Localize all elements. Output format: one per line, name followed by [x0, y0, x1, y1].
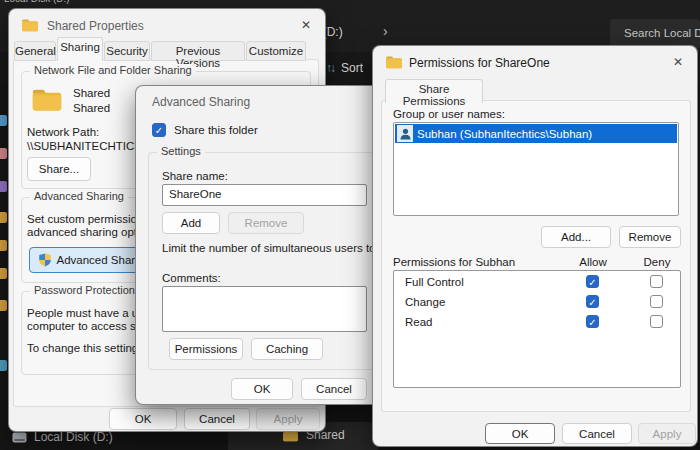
permissions-table-label: Permissions for Subhan: [393, 256, 515, 268]
remove-user-button[interactable]: Remove: [619, 226, 681, 248]
user-icon: [397, 125, 413, 142]
caching-button[interactable]: Caching: [251, 338, 323, 360]
group-title: Settings: [157, 145, 205, 157]
dialog-title: Shared Properties: [47, 19, 144, 33]
sidebar-item-icon[interactable]: [0, 115, 7, 126]
sidebar-item-icon[interactable]: [0, 181, 7, 192]
permissions-button[interactable]: Permissions: [169, 338, 243, 360]
explorer-window-title: Local Disk (D:): [4, 0, 70, 4]
sidebar-item-icon[interactable]: [0, 148, 7, 159]
file-item-label: Local Disk (D:): [34, 430, 113, 444]
group-title: Advanced Sharing: [30, 190, 128, 202]
search-text: Search Local D: [624, 27, 700, 39]
folder-icon: [385, 55, 403, 69]
ok-button[interactable]: OK: [231, 378, 293, 400]
deny-column-header: Deny: [633, 256, 681, 268]
dialog-title: Permissions for ShareOne: [409, 56, 550, 70]
permission-row-label: Change: [405, 296, 445, 308]
close-icon[interactable]: ✕: [669, 53, 687, 71]
close-icon[interactable]: ✕: [297, 16, 315, 34]
share-name-input[interactable]: ShareOne: [162, 184, 367, 206]
sidebar-folder-icon[interactable]: [0, 300, 7, 311]
breadcrumb-chevron-icon: ›: [383, 23, 388, 39]
tab-general[interactable]: General: [14, 41, 56, 61]
dialog-title: Advanced Sharing: [152, 95, 250, 109]
sort-label: Sort: [341, 61, 363, 75]
check-icon: ✓: [588, 317, 596, 328]
add-button[interactable]: Add: [162, 212, 220, 234]
user-list-item-selected[interactable]: Subhan (SubhanItechtics\Subhan): [395, 124, 677, 143]
group-title: Password Protection: [30, 284, 139, 296]
tab-previous-versions[interactable]: Previous Versions: [151, 41, 245, 61]
tab-sharing[interactable]: Sharing: [57, 37, 103, 61]
uac-shield-icon: [38, 253, 52, 267]
file-item-local-disk[interactable]: Local Disk (D:): [12, 430, 113, 444]
comments-textarea[interactable]: [162, 286, 367, 332]
tab-security[interactable]: Security: [104, 41, 150, 61]
sidebar-folder-icon[interactable]: [0, 268, 7, 279]
group-title: Network File and Folder Sharing: [30, 64, 196, 76]
group-user-names-label: Group or user names:: [393, 108, 505, 120]
tab-share-permissions[interactable]: Share Permissions: [385, 79, 483, 103]
share-button[interactable]: Share...: [27, 157, 91, 181]
add-user-button[interactable]: Add...: [541, 226, 611, 248]
apply-button[interactable]: Apply: [256, 408, 320, 430]
check-icon: ✓: [155, 125, 163, 136]
shared-folder-name: Shared: [73, 87, 110, 99]
share-this-folder-label: Share this folder: [174, 124, 258, 136]
network-path-value: \\SUBHANITECHTICS\S: [27, 140, 153, 152]
drive-icon: [12, 432, 27, 443]
remove-button[interactable]: Remove: [228, 212, 304, 234]
shared-folder-status: Shared: [73, 102, 110, 114]
apply-button[interactable]: Apply: [638, 423, 696, 444]
check-icon: ✓: [588, 277, 596, 288]
sidebar-folder-icon[interactable]: [0, 240, 7, 251]
permissions-dialog: Permissions for ShareOne ✕ Share Permiss…: [372, 45, 698, 447]
allow-column-header: Allow: [569, 256, 617, 268]
ok-button[interactable]: OK: [109, 408, 177, 430]
sort-arrows-icon: ↑↓: [326, 61, 334, 75]
sort-button[interactable]: ↑↓Sort: [326, 61, 363, 75]
tab-customize[interactable]: Customize: [246, 41, 306, 61]
deny-checkbox-read[interactable]: [650, 315, 663, 328]
network-path-label: Network Path:: [27, 126, 99, 138]
user-list: Subhan (SubhanItechtics\Subhan): [393, 122, 679, 216]
share-this-folder-checkbox[interactable]: ✓: [152, 123, 166, 137]
permission-row-label: Read: [405, 316, 433, 328]
cancel-button[interactable]: Cancel: [301, 378, 367, 400]
share-name-label: Share name:: [162, 170, 228, 182]
cancel-button[interactable]: Cancel: [562, 423, 632, 444]
check-icon: ✓: [588, 297, 596, 308]
comments-label: Comments:: [162, 272, 221, 284]
deny-checkbox-change[interactable]: [650, 295, 663, 308]
permission-row-label: Full Control: [405, 276, 464, 288]
user-name: Subhan (SubhanItechtics\Subhan): [417, 128, 592, 140]
sidebar-item-icon[interactable]: [0, 360, 7, 371]
ok-button[interactable]: OK: [485, 423, 555, 444]
limit-users-label: Limit the number of simultaneous users t…: [162, 242, 379, 254]
folder-icon: [31, 87, 63, 112]
deny-checkbox-full-control[interactable]: [650, 275, 663, 288]
advanced-sharing-dialog: Advanced Sharing ✓ Share this folder Set…: [135, 85, 385, 405]
allow-checkbox-full-control[interactable]: ✓: [586, 275, 599, 288]
allow-checkbox-change[interactable]: ✓: [586, 295, 599, 308]
allow-checkbox-read[interactable]: ✓: [586, 315, 599, 328]
sidebar-folder-icon[interactable]: [0, 212, 7, 223]
cancel-button[interactable]: Cancel: [184, 408, 250, 430]
folder-icon: [21, 18, 39, 32]
